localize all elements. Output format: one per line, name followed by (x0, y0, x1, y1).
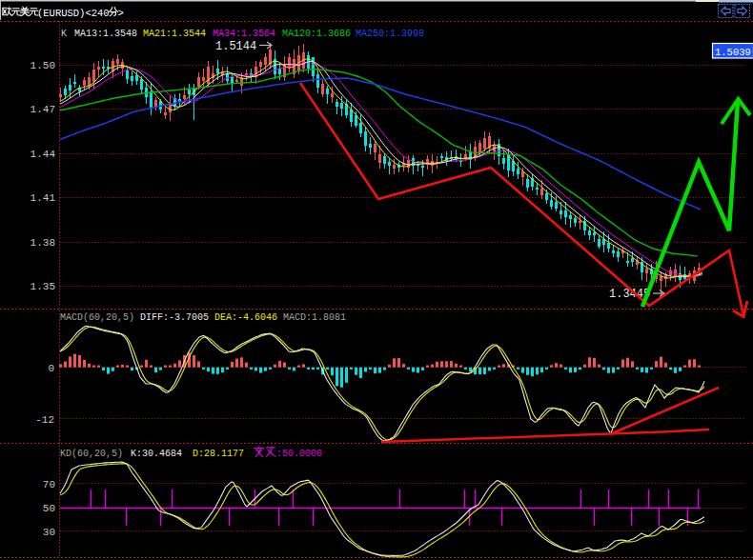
svg-text:MA21:1.3544: MA21:1.3544 (143, 29, 206, 39)
svg-text:MACD(60,20,5): MACD(60,20,5) (60, 312, 134, 323)
svg-text:MA34:1.3564: MA34:1.3564 (213, 29, 275, 39)
svg-text:K:30.4684: K:30.4684 (131, 449, 182, 459)
svg-text:(EURUSD)<240: (EURUSD)<240 (37, 8, 110, 19)
svg-text:MA13:1.3548: MA13:1.3548 (74, 29, 137, 39)
svg-text:DIFF:-3.7005: DIFF:-3.7005 (140, 312, 209, 323)
svg-text:1.35: 1.35 (31, 281, 55, 292)
svg-text:D:28.1177: D:28.1177 (193, 449, 244, 459)
svg-text:0: 0 (48, 363, 54, 374)
svg-text:MACD:1.8081: MACD:1.8081 (283, 312, 346, 323)
svg-text::50.0000: :50.0000 (276, 449, 322, 459)
svg-text:-12: -12 (35, 414, 54, 426)
svg-text:1.41: 1.41 (31, 192, 56, 204)
svg-text:70: 70 (43, 479, 55, 490)
svg-text:1.5039: 1.5039 (715, 47, 751, 58)
svg-text:K: K (61, 29, 67, 39)
svg-text:1.38: 1.38 (31, 237, 55, 249)
svg-text:30: 30 (43, 527, 55, 538)
svg-text:1.50: 1.50 (31, 60, 55, 71)
svg-text:MA250:1.3998: MA250:1.3998 (356, 29, 424, 39)
svg-text:1.44: 1.44 (31, 149, 56, 160)
svg-text:>: > (118, 8, 124, 19)
svg-text:50: 50 (43, 503, 55, 514)
svg-text:1.5144: 1.5144 (215, 40, 256, 53)
svg-text:MA120:1.3686: MA120:1.3686 (282, 29, 351, 39)
svg-text:KD(60,20,5): KD(60,20,5) (60, 449, 123, 459)
svg-text:DEA:-4.6046: DEA:-4.6046 (214, 312, 277, 323)
svg-text:1.47: 1.47 (31, 104, 55, 115)
